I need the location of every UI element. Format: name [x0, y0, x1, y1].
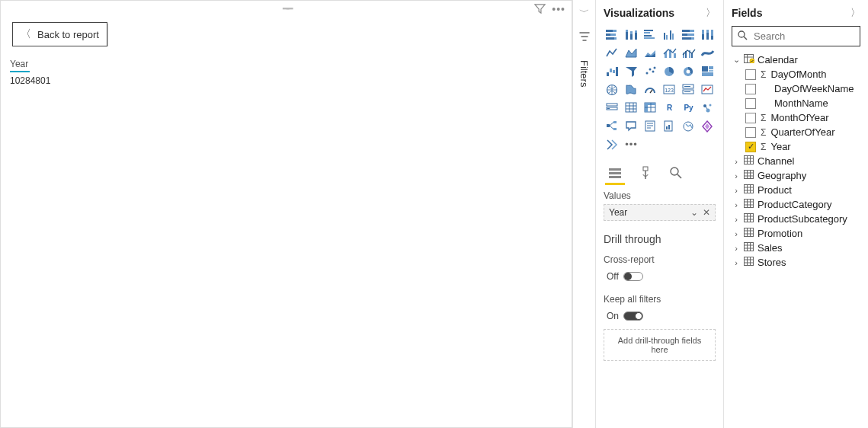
field-row[interactable]: MonthName [745, 96, 860, 110]
area-chart-icon[interactable] [623, 44, 640, 61]
fields-tab[interactable] [607, 163, 623, 183]
treemap-icon[interactable] [699, 62, 716, 79]
remove-field-icon[interactable]: ✕ [703, 207, 710, 218]
back-to-report-button[interactable]: 〈 Back to report [12, 22, 107, 46]
table-row[interactable]: ›Product [732, 183, 860, 197]
gauge-icon[interactable] [642, 81, 659, 97]
r-visual-icon[interactable]: R [661, 99, 678, 116]
funnel-icon[interactable] [623, 62, 640, 79]
filter-icon[interactable] [534, 3, 546, 17]
table-icon[interactable] [623, 99, 640, 116]
svg-rect-131 [745, 228, 754, 237]
format-tab[interactable] [637, 163, 654, 183]
table-row[interactable]: ›ProductCategory [732, 197, 860, 212]
drill-drop-area[interactable]: Add drill-through fields here [604, 329, 716, 361]
svg-rect-3 [610, 34, 616, 36]
card-icon[interactable]: 123 [661, 81, 678, 97]
smart-narrative-icon[interactable] [642, 117, 659, 134]
field-row[interactable]: ΣQuarterOfYear [745, 125, 860, 139]
qa-visual-icon[interactable] [623, 117, 640, 134]
stacked-area-icon[interactable] [642, 44, 659, 61]
slicer-icon[interactable] [604, 99, 621, 116]
power-automate-icon[interactable] [604, 136, 621, 152]
matrix-icon[interactable] [642, 99, 659, 116]
search-input[interactable] [752, 30, 868, 43]
table-row[interactable]: ›Promotion [732, 226, 860, 241]
analytics-tab[interactable] [668, 163, 684, 183]
line-chart-icon[interactable] [604, 44, 621, 61]
chevron-right-icon[interactable]: 〉 [706, 6, 716, 20]
table-row[interactable]: ›Sales [732, 241, 860, 255]
svg-rect-63 [607, 104, 617, 106]
svg-point-100 [738, 31, 745, 37]
filled-map-icon[interactable] [623, 81, 640, 97]
svg-point-98 [671, 168, 678, 175]
line-stacked-column-icon[interactable] [661, 44, 678, 61]
scatter-icon[interactable] [642, 62, 659, 79]
checkbox-icon[interactable] [745, 113, 756, 123]
chevron-right-icon[interactable]: 〉 [850, 6, 860, 20]
sigma-icon: Σ [761, 127, 766, 138]
map-icon[interactable] [604, 81, 621, 97]
stacked-bar-icon[interactable] [604, 26, 621, 43]
table-row[interactable]: ›ProductSubcategory [732, 212, 860, 226]
drill-through-title: Drill through [604, 233, 716, 245]
table-row[interactable]: ›Channel [732, 154, 860, 168]
svg-rect-116 [745, 185, 754, 193]
svg-rect-66 [626, 103, 636, 112]
svg-rect-90 [666, 126, 668, 129]
chevron-left-icon[interactable]: 〈 [578, 8, 591, 18]
get-more-visuals-icon[interactable]: ••• [623, 136, 640, 152]
table-row[interactable]: ›Geography [732, 168, 860, 183]
keep-filters-toggle[interactable] [623, 311, 643, 321]
svg-rect-121 [745, 200, 754, 208]
clustered-column-icon[interactable] [661, 26, 678, 43]
paginated-report-icon[interactable] [661, 117, 678, 134]
line-clustered-column-icon[interactable] [680, 44, 697, 61]
waterfall-icon[interactable] [604, 62, 621, 79]
svg-line-84 [610, 126, 613, 129]
stacked-column-icon[interactable] [623, 26, 640, 43]
more-icon[interactable]: ••• [552, 3, 565, 17]
checkbox-icon[interactable] [745, 69, 756, 80]
decomposition-tree-icon[interactable] [604, 117, 621, 134]
filters-toggle-icon[interactable] [578, 30, 591, 45]
field-name: DayOfMonth [770, 69, 826, 80]
key-influencers-icon[interactable] [699, 99, 716, 116]
pie-icon[interactable] [661, 62, 678, 79]
hundred-stacked-bar-icon[interactable] [680, 26, 697, 43]
svg-rect-41 [613, 70, 615, 73]
donut-icon[interactable] [680, 62, 697, 79]
svg-rect-39 [607, 72, 609, 76]
canvas-drag-bar[interactable]: ━━ [1, 2, 572, 14]
svg-rect-42 [616, 67, 618, 76]
field-row[interactable]: DayOfWeekName [745, 81, 860, 96]
values-well[interactable]: Year ⌄ ✕ [604, 204, 716, 221]
field-row[interactable]: ✓ΣYear [745, 139, 860, 154]
table-row[interactable]: ⌄Calendar [732, 53, 860, 67]
field-row[interactable]: ΣMonthOfYear [745, 110, 860, 125]
hundred-stacked-column-icon[interactable] [699, 26, 716, 43]
field-name: Year [770, 141, 790, 152]
table-row[interactable]: ›Stores [732, 255, 860, 270]
checkbox-icon[interactable] [745, 127, 756, 138]
checkbox-icon[interactable] [745, 98, 756, 109]
multi-row-card-icon[interactable] [680, 81, 697, 97]
clustered-bar-icon[interactable] [642, 26, 659, 43]
cross-report-toggle[interactable] [623, 272, 643, 281]
chevron-down-icon[interactable]: ⌄ [690, 207, 698, 218]
py-visual-icon[interactable]: Py [680, 99, 697, 116]
ribbon-chart-icon[interactable] [699, 44, 716, 61]
power-apps-icon[interactable] [699, 117, 716, 134]
table-name: Promotion [757, 228, 802, 239]
field-row[interactable]: ΣDayOfMonth [745, 67, 860, 81]
svg-rect-80 [607, 124, 610, 127]
checkbox-icon[interactable]: ✓ [745, 142, 756, 152]
filters-label[interactable]: Filters [578, 60, 590, 87]
svg-point-43 [646, 72, 649, 74]
checkbox-icon[interactable] [745, 84, 756, 94]
kpi-icon[interactable] [699, 81, 716, 97]
fields-search[interactable] [732, 26, 860, 46]
arcgis-map-icon[interactable] [680, 117, 697, 134]
svg-rect-17 [666, 35, 668, 40]
